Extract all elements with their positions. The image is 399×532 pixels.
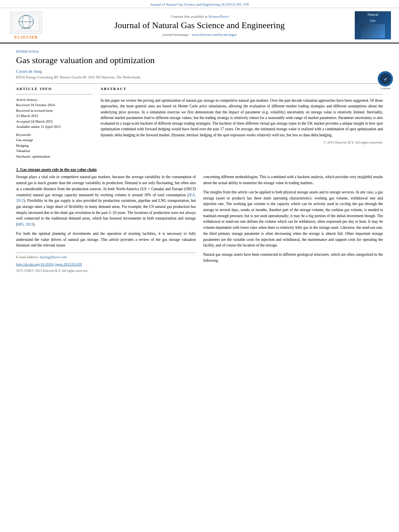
top-bar: Journal of Natural Gas Science and Engin… [0, 0, 399, 8]
abstract-divider [101, 94, 383, 94]
email-link[interactable]: dejong@kyos.com [39, 255, 67, 259]
affiliation: KYOS Energy Consulting BV, Nieuwe Gracht… [16, 75, 383, 79]
keywords-section: Keywords: Gas storage Hedging Valuation … [16, 133, 93, 159]
online-date: Available online 11 April 2015 [16, 124, 93, 129]
homepage-text: journal homepage: [162, 33, 189, 37]
sciencedirect-link[interactable]: ScienceDirect [208, 14, 228, 18]
article-type-label: Invited review [16, 49, 383, 53]
body-right-col: concerning different methodologies. This… [203, 174, 383, 273]
revised-label: Received in revised form [16, 108, 93, 113]
history-label: Article history: [16, 98, 93, 102]
article-info-header: ARTICLE INFO [16, 87, 93, 91]
abstract-text: In this paper we review the pricing and … [101, 98, 383, 138]
homepage-url[interactable]: www.elsevier.com/locate/jngse [191, 33, 237, 37]
copyright-line: © 2015 Elsevier B.V. All rights reserved… [101, 140, 383, 144]
divider-1 [16, 83, 383, 84]
elsevier-logo-area: ELSEVIER ELSEVIER [8, 12, 44, 39]
journal-center-info: Contents lists available at ScienceDirec… [44, 14, 355, 37]
keyword-4: Stochastic optimization [16, 154, 93, 159]
contents-text: Contents lists available at [170, 14, 207, 18]
right-para-3: Natural gas storage assets have been con… [203, 252, 383, 263]
journal-header: ELSEVIER ELSEVIER Contents lists availab… [0, 8, 399, 43]
left-para-2: For both the optimal planning of investm… [16, 231, 196, 249]
issn-line: 1875-5100/© 2015 Elsevier B.V. All right… [16, 268, 196, 273]
svg-text:ELSEVIER: ELSEVIER [21, 27, 31, 29]
right-para-2: The insights from this article can be ap… [203, 189, 383, 249]
keyword-2: Hedging [16, 143, 93, 148]
ihs-link[interactable]: IHS, 2013 [17, 222, 33, 226]
abstract-section: ABSTRACT In this paper we review the pri… [101, 87, 383, 159]
revised-date: 23 March 2015 [16, 113, 93, 119]
info-divider [16, 94, 93, 94]
journal-citation: Journal of Natural Gas Science and Engin… [150, 2, 249, 6]
journal-logo-right: Natural Gas [355, 11, 391, 39]
right-para-1: concerning different methodologies. This… [203, 174, 383, 186]
journal-title-header: Journal of Natural Gas Science and Engin… [44, 20, 355, 31]
keyword-3: Valuation [16, 148, 93, 154]
svg-text:✓: ✓ [384, 77, 387, 82]
rea-link[interactable]: IEA, 2012 [16, 193, 196, 203]
left-para-1: Storage plays a vital role in competitiv… [16, 174, 196, 227]
crossmark-badge: ✓ CrossMark [378, 71, 393, 90]
accepted-date: Accepted 24 March 2015 [16, 119, 93, 124]
section1-title: 1. Gas storage assets role in the gas va… [16, 167, 383, 172]
abstract-header: ABSTRACT [101, 87, 383, 91]
footnote-area: E-mail address: dejong@kyos.com http://d… [16, 253, 196, 273]
doi-section: http://dx.doi.org/10.1016/j.jngse.2015.0… [16, 262, 196, 273]
keyword-1: Gas storage [16, 138, 93, 143]
elsevier-label: ELSEVIER [14, 35, 38, 39]
email-label: E-mail address: dejong@kyos.com [16, 255, 196, 260]
body-left-col: Storage plays a vital role in competitiv… [16, 174, 196, 273]
body-section: 1. Gas storage assets role in the gas va… [16, 167, 383, 281]
received-date: Received 16 October 2014 [16, 103, 93, 108]
keywords-label: Keywords: [16, 133, 93, 137]
doi-link[interactable]: http://dx.doi.org/10.1016/j.jngse.2015.0… [16, 262, 196, 267]
elsevier-logo-image: ELSEVIER [10, 12, 42, 34]
article-title: Gas storage valuation and optimization [16, 55, 383, 66]
author-name: Cyriel de Jong [16, 69, 383, 74]
article-info-section: ARTICLE INFO Article history: Received 1… [16, 87, 93, 159]
